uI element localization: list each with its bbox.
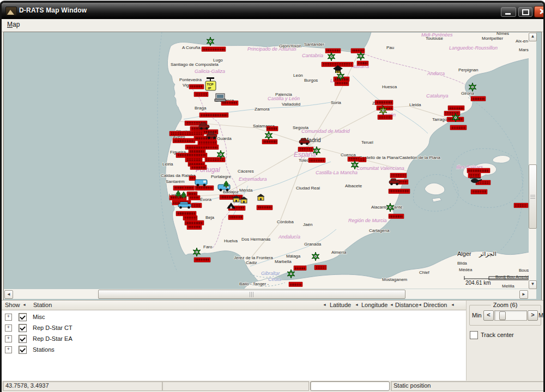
station-marker[interactable] <box>378 115 392 120</box>
show-checkbox[interactable] <box>19 335 27 343</box>
station-marker[interactable] <box>375 100 393 105</box>
expand-icon[interactable]: + <box>5 346 12 353</box>
station-marker[interactable] <box>202 47 226 52</box>
column-header-station[interactable]: Station <box>33 302 52 308</box>
station-marker[interactable] <box>390 173 407 178</box>
minimize-button[interactable] <box>501 7 516 17</box>
city-label: Faro <box>203 244 213 249</box>
zoom-slider-thumb[interactable] <box>499 311 506 320</box>
station-marker[interactable] <box>187 225 202 230</box>
station-marker[interactable] <box>194 258 210 262</box>
station-marker[interactable] <box>389 214 404 219</box>
vscroll-thumb[interactable] <box>529 164 537 229</box>
map-canvas[interactable]: Principado de AsturiasCantabriaGalicia-G… <box>4 32 536 289</box>
station-marker[interactable] <box>199 113 228 118</box>
station-marker[interactable] <box>335 81 349 86</box>
column-header-direction[interactable]: Direction <box>423 302 447 308</box>
zoom-out-button[interactable]: < <box>483 310 494 321</box>
column-header-distance[interactable]: Distance <box>395 302 419 308</box>
track-center-checkbox[interactable] <box>470 331 478 339</box>
scroll-left-button[interactable]: ◄ <box>4 290 13 299</box>
column-header-show[interactable]: Show <box>5 302 20 308</box>
window-titlebar[interactable]: D-RATS Map Window <box>2 3 543 19</box>
station-marker[interactable] <box>267 126 278 131</box>
sort-arrow-icon[interactable]: ◄ <box>323 303 326 307</box>
station-marker[interactable] <box>257 205 272 210</box>
station-marker[interactable] <box>468 173 481 178</box>
sort-arrow-icon[interactable]: ◄ <box>22 303 26 307</box>
station-marker[interactable] <box>450 125 467 130</box>
show-checkbox[interactable] <box>19 346 27 354</box>
station-marker[interactable] <box>351 48 365 53</box>
station-marker[interactable] <box>357 61 368 66</box>
menu-item-map[interactable]: Map <box>3 19 24 30</box>
station-marker[interactable] <box>389 189 410 194</box>
station-marker[interactable] <box>289 282 302 287</box>
station-marker[interactable] <box>185 157 202 162</box>
zoom-in-button[interactable]: > <box>528 310 538 321</box>
station-marker[interactable] <box>322 62 338 67</box>
repeater-star-marker[interactable] <box>469 83 476 91</box>
sort-arrow-icon[interactable]: ◄ <box>418 303 422 307</box>
station-marker[interactable] <box>298 147 313 152</box>
expand-icon[interactable]: + <box>5 335 12 342</box>
station-marker[interactable] <box>228 215 243 220</box>
station-group-row[interactable]: +Rep D-Star CT <box>2 322 466 333</box>
station-marker[interactable] <box>194 92 208 97</box>
city-label: Évora <box>200 197 211 202</box>
expand-icon[interactable]: + <box>5 314 12 321</box>
station-marker[interactable] <box>173 138 195 143</box>
station-group-row[interactable]: +Stations <box>2 344 466 355</box>
scroll-right-button[interactable]: ► <box>519 290 528 299</box>
window-title: D-RATS Map Window <box>19 7 87 14</box>
station-group-row[interactable]: +Misc <box>2 311 466 322</box>
station-marker[interactable] <box>471 96 486 101</box>
station-marker[interactable] <box>191 203 202 208</box>
station-marker[interactable] <box>314 265 326 270</box>
station-marker[interactable] <box>471 189 487 194</box>
station-marker[interactable] <box>308 158 325 163</box>
station-marker[interactable] <box>444 111 460 116</box>
station-marker[interactable] <box>294 266 306 271</box>
sort-arrow-icon[interactable]: ◄ <box>451 303 455 307</box>
station-marker[interactable] <box>325 48 341 53</box>
station-marker[interactable] <box>467 168 490 173</box>
station-marker[interactable] <box>189 84 204 89</box>
station-marker[interactable] <box>189 176 196 181</box>
sort-arrow-icon[interactable]: ◄ <box>355 303 359 307</box>
zoom-slider[interactable] <box>494 310 527 321</box>
show-checkbox[interactable] <box>19 313 27 321</box>
station-marker[interactable] <box>198 140 217 145</box>
station-group-row[interactable]: +Rep D-Star EA <box>2 333 466 344</box>
station-marker[interactable] <box>338 62 353 67</box>
column-header-longitude[interactable]: Longitude <box>361 302 387 308</box>
zoom-out-icon: < <box>487 311 490 318</box>
station-marker[interactable] <box>185 145 219 150</box>
station-marker[interactable] <box>448 106 464 111</box>
scroll-up-button[interactable]: ▲ <box>529 33 537 41</box>
station-marker[interactable] <box>173 186 185 191</box>
station-marker[interactable] <box>184 186 195 191</box>
maximize-button[interactable] <box>518 7 532 17</box>
hscroll-thumb[interactable] <box>98 290 405 299</box>
station-marker[interactable] <box>169 131 204 136</box>
column-header-latitude[interactable]: Latitude <box>330 302 351 308</box>
station-marker[interactable] <box>190 165 207 170</box>
station-marker[interactable] <box>359 157 366 162</box>
station-marker[interactable] <box>189 195 200 200</box>
station-marker[interactable] <box>176 211 196 216</box>
close-button[interactable] <box>534 6 545 17</box>
laptop-icon[interactable] <box>215 94 226 101</box>
sort-arrow-icon[interactable]: ◄ <box>390 303 393 307</box>
city-label: Burgos <box>304 78 318 83</box>
station-marker[interactable] <box>205 157 225 162</box>
station-marker[interactable] <box>185 220 204 225</box>
expand-icon[interactable]: + <box>5 324 12 332</box>
station-marker[interactable] <box>514 203 528 208</box>
station-marker[interactable] <box>176 153 207 158</box>
show-checkbox[interactable] <box>19 324 27 332</box>
station-marker[interactable] <box>183 216 197 220</box>
scroll-down-button[interactable]: ▼ <box>529 280 537 289</box>
station-marker[interactable] <box>348 157 360 162</box>
station-marker[interactable] <box>262 139 277 144</box>
